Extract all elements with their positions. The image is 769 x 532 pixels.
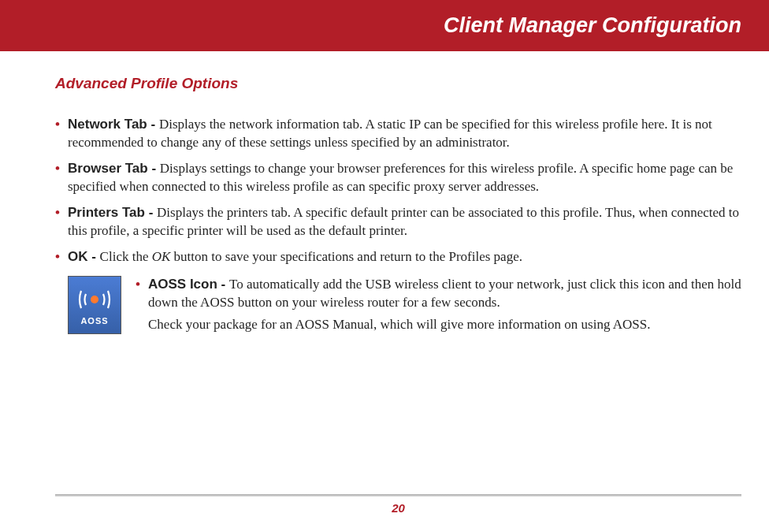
printers-tab-item: Printers Tab - Displays the printers tab…: [55, 204, 741, 240]
ok-text-before: Click the: [100, 249, 152, 264]
footer: 20: [55, 494, 741, 515]
aoss-followup: Check your package for an AOSS Manual, w…: [136, 316, 741, 334]
ok-italic: OK: [152, 249, 171, 264]
aoss-icon-label: AOSS: [80, 316, 108, 326]
aoss-waves-icon: [75, 285, 114, 314]
svg-point-0: [91, 296, 98, 303]
section-title: Advanced Profile Options: [55, 75, 741, 92]
footer-divider: [55, 494, 741, 497]
printers-text: Displays the printers tab. A specific de…: [68, 205, 739, 238]
ok-item: OK - Click the OK button to save your sp…: [55, 248, 741, 266]
page-number: 20: [55, 501, 741, 515]
network-label: Network Tab -: [68, 117, 159, 132]
network-text: Displays the network information tab. A …: [68, 117, 712, 150]
browser-label: Browser Tab -: [68, 161, 160, 176]
aoss-text: To automatically add the USB wireless cl…: [148, 277, 741, 310]
network-tab-item: Network Tab - Displays the network infor…: [55, 116, 741, 152]
printers-label: Printers Tab -: [68, 205, 157, 220]
aoss-row: AOSS AOSS Icon - To automatically add th…: [68, 276, 741, 335]
header-title: Client Manager Configuration: [444, 13, 741, 38]
aoss-bullet: AOSS Icon - To automatically add the USB…: [136, 276, 741, 312]
ok-label: OK -: [68, 249, 100, 264]
aoss-label: AOSS Icon -: [148, 277, 229, 292]
browser-text: Displays settings to change your browser…: [68, 161, 733, 194]
ok-text-after: button to save your specifications and r…: [170, 249, 522, 264]
aoss-icon: AOSS: [68, 276, 121, 334]
page-content: Advanced Profile Options Network Tab - D…: [0, 51, 769, 334]
browser-tab-item: Browser Tab - Displays settings to chang…: [55, 160, 741, 196]
options-list: Network Tab - Displays the network infor…: [55, 116, 741, 266]
header-band: Client Manager Configuration: [0, 0, 769, 51]
aoss-text-block: AOSS Icon - To automatically add the USB…: [136, 276, 741, 335]
